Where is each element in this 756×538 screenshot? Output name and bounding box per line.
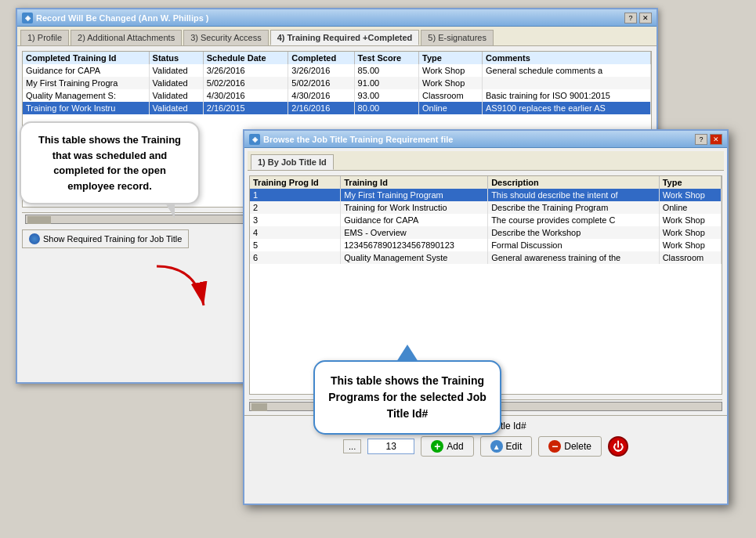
browse-table-row[interactable]: 5 12345678901234567890123 Formal Discuss…	[250, 239, 722, 251]
cell-training-id: My First Training Progra	[23, 77, 149, 89]
callout-left: This table shows the Training that was s…	[20, 121, 200, 204]
col-status: Status	[149, 52, 203, 64]
browse-cell-description: This should describe the intent of	[488, 189, 660, 201]
cell-training-id: Guidance for CAPA	[23, 64, 149, 77]
browse-cell-training-id: Quality Management Syste	[341, 251, 488, 264]
tab-training[interactable]: 4) Training Required +Completed	[270, 30, 420, 45]
cell-sched-date: 3/26/2016	[203, 64, 288, 77]
red-arrow-left	[149, 262, 212, 314]
browse-cell-prog-id: 6	[250, 251, 341, 264]
browse-cell-training-id: My First Training Program	[341, 189, 488, 201]
browse-cell-description: Describe the Training Program	[488, 201, 660, 214]
cell-score: 85.00	[354, 64, 418, 77]
job-title-id-input[interactable]	[367, 439, 414, 454]
cell-status: Validated	[149, 77, 203, 89]
close-button[interactable]: ✕	[639, 13, 652, 23]
browse-cell-training-id: EMS - Overview	[341, 226, 488, 239]
browse-cell-prog-id: 5	[250, 239, 341, 251]
add-icon: +	[431, 440, 443, 453]
cell-type: Work Shop	[419, 77, 483, 89]
cell-score: 91.00	[354, 77, 418, 89]
training-table: Completed Training Id Status Schedule Da…	[23, 52, 651, 114]
action-buttons: ... + Add ▲ Edit − Delete ⏻	[251, 436, 721, 457]
browse-tabs-bar: 1) By Job Title Id	[248, 151, 724, 171]
power-button[interactable]: ⏻	[608, 436, 628, 457]
cell-status: Validated	[149, 102, 203, 114]
cell-sched-date: 2/16/2015	[203, 102, 288, 114]
tab-esignatures[interactable]: 5) E-signatures	[421, 30, 494, 45]
browse-cell-training-id: Guidance for CAPA	[341, 214, 488, 226]
browse-dialog: ◈ Browse the Job Title Training Requirem…	[243, 129, 729, 505]
help-button[interactable]: ?	[624, 13, 637, 23]
cell-comments: AS9100 replaces the earlier AS	[482, 102, 650, 114]
browse-cell-type: Work Shop	[659, 189, 721, 201]
show-required-training-button[interactable]: Show Required Training for Job Title	[22, 229, 189, 248]
cell-sched-date: 5/02/2016	[203, 77, 288, 89]
cell-score: 93.00	[354, 89, 418, 102]
cell-type: Classroom	[419, 89, 483, 102]
browse-col-description: Description	[488, 176, 660, 189]
browse-cell-description: Formal Discussion	[488, 239, 660, 251]
cell-status: Validated	[149, 64, 203, 77]
window-controls: ? ✕	[624, 13, 652, 23]
tab-attachments[interactable]: 2) Additional Attachments	[71, 30, 182, 45]
cell-comments: Basic training for ISO 9001:2015	[482, 89, 650, 102]
col-test-score: Test Score	[354, 52, 418, 64]
browse-cell-prog-id: 1	[250, 189, 341, 201]
delete-button[interactable]: − Delete	[538, 436, 602, 457]
delete-icon: −	[548, 440, 561, 453]
cell-comments	[482, 77, 650, 89]
browse-cell-description: Describe the Workshop	[488, 226, 660, 239]
browse-table-row[interactable]: 2 Training for Work Instructio Describe …	[250, 201, 722, 214]
window-icon: ◈	[22, 13, 33, 23]
cell-comments: General schedule comments a	[482, 64, 650, 77]
browse-table: Training Prog Id Training Id Description…	[250, 176, 722, 264]
callout-left-text: This table shows the Training that was s…	[38, 134, 181, 192]
ellipsis-button[interactable]: ...	[343, 439, 361, 453]
browse-cell-prog-id: 2	[250, 201, 341, 214]
tab-profile[interactable]: 1) Profile	[20, 30, 69, 45]
table-row[interactable]: My First Training Progra Validated 5/02/…	[23, 77, 651, 89]
browse-window-title: Browse the Job Title Training Requiremen…	[263, 135, 453, 144]
browse-close-button[interactable]: ✕	[710, 134, 722, 145]
cell-type: Work Shop	[419, 64, 483, 77]
browse-scrollbar-thumb	[251, 403, 267, 411]
main-titlebar: ◈ Record Will Be Changed (Ann W. Phillip…	[17, 9, 657, 27]
table-row[interactable]: Guidance for CAPA Validated 3/26/2016 3/…	[23, 64, 651, 77]
cell-score: 80.00	[354, 102, 418, 114]
callout-right-text: This table shows the Training Programs f…	[328, 374, 487, 420]
cell-training-id: Training for Work Instru	[23, 102, 149, 114]
col-schedule-date: Schedule Date	[203, 52, 288, 64]
browse-cell-prog-id: 3	[250, 214, 341, 226]
cell-completed: 4/30/2016	[288, 89, 354, 102]
browse-tab-job-title[interactable]: 1) By Job Title Id	[251, 154, 334, 170]
browse-table-row[interactable]: 1 My First Training Program This should …	[250, 189, 722, 201]
cell-sched-date: 4/30/2016	[203, 89, 288, 102]
show-btn-label: Show Required Training for Job Title	[43, 234, 182, 244]
scrollbar-thumb	[27, 216, 51, 224]
browse-table-row[interactable]: 6 Quality Management Syste General aware…	[250, 251, 722, 264]
main-window-title: Record Will Be Changed (Ann W. Phillips …	[36, 13, 209, 23]
browse-cell-type: Work Shop	[659, 239, 721, 251]
edit-button[interactable]: ▲ Edit	[480, 436, 533, 457]
browse-cell-type: Work Shop	[659, 214, 721, 226]
browse-titlebar: ◈ Browse the Job Title Training Requirem…	[244, 131, 727, 148]
browse-cell-type: Work Shop	[659, 226, 721, 239]
browse-col-training-id: Training Id	[341, 176, 488, 189]
col-training-id: Completed Training Id	[23, 52, 149, 64]
edit-label: Edit	[506, 441, 523, 452]
browse-table-row[interactable]: 4 EMS - Overview Describe the Workshop W…	[250, 226, 722, 239]
cell-training-id: Quality Management S:	[23, 89, 149, 102]
cell-completed: 5/02/2016	[288, 77, 354, 89]
browse-help-button[interactable]: ?	[695, 134, 707, 145]
add-label: Add	[447, 441, 463, 452]
table-row[interactable]: Training for Work Instru Validated 2/16/…	[23, 102, 651, 114]
browse-table-row[interactable]: 3 Guidance for CAPA The course provides …	[250, 214, 722, 226]
tab-security[interactable]: 3) Security Access	[183, 30, 268, 45]
browse-cell-description: General awareness training of the	[488, 251, 660, 264]
browse-col-prog-id: Training Prog Id	[250, 176, 341, 189]
add-button[interactable]: + Add	[421, 436, 473, 457]
table-row[interactable]: Quality Management S: Validated 4/30/201…	[23, 89, 651, 102]
callout-right: This table shows the Training Programs f…	[313, 360, 501, 435]
browse-window-controls: ? ✕	[695, 134, 722, 145]
